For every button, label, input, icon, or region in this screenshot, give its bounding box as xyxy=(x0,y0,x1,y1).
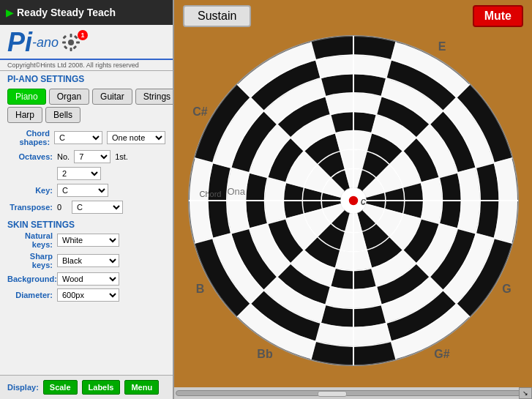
octaves-1st-label: 1st. xyxy=(115,152,128,161)
natural-keys-select[interactable]: White xyxy=(57,234,119,247)
key-label: Key: xyxy=(7,186,53,195)
diameter-row: Diameter: 600px xyxy=(7,288,165,302)
key-select[interactable]: C xyxy=(57,184,108,197)
chord-wheel-container: CBC#BbAG#GE c c Ona Chord xyxy=(185,32,522,369)
svg-rect-3 xyxy=(62,42,66,44)
left-panel: ▶ Ready Steady Teach Pi -ano 1 xyxy=(0,0,174,399)
scroll-track xyxy=(176,390,531,396)
key-row: Key: C xyxy=(7,184,165,197)
svg-rect-4 xyxy=(76,42,80,44)
svg-text:Bb: Bb xyxy=(257,348,273,360)
pi-ano-settings-title: PI-ANO SETTINGS xyxy=(0,71,173,86)
sharp-keys-select[interactable]: Black xyxy=(57,254,119,267)
sharp-keys-label: Sharp keys: xyxy=(7,252,53,269)
labels-button[interactable]: Labels xyxy=(82,380,121,395)
copyright-text: Copyright©Hints Ltd 2008. All rights res… xyxy=(0,60,173,71)
skin-settings-title: SKIN SETTINGS xyxy=(0,217,173,231)
instrument-row-2: Harp Bells xyxy=(7,107,165,123)
background-label: Background: xyxy=(7,275,53,283)
app-header: ▶ Ready Steady Teach xyxy=(0,0,173,25)
natural-keys-row: Natural keys: White xyxy=(7,231,165,249)
svg-rect-2 xyxy=(70,48,72,51)
octaves-2-select[interactable]: 2 xyxy=(57,167,101,180)
top-bar: Sustain Mute xyxy=(174,0,532,32)
harp-button[interactable]: Harp xyxy=(7,107,42,123)
octaves-no-label: No. xyxy=(57,152,70,161)
transpose-select[interactable]: C xyxy=(72,201,123,214)
chord-shapes-select[interactable]: C xyxy=(54,131,102,144)
svg-rect-6 xyxy=(73,45,78,50)
mute-button[interactable]: Mute xyxy=(473,5,523,27)
bells-button[interactable]: Bells xyxy=(45,107,80,123)
sharp-keys-row: Sharp keys: Black xyxy=(7,252,165,269)
octaves-sub-row: 2 xyxy=(57,167,165,180)
logo-ano: -ano xyxy=(32,35,59,51)
svg-text:G#: G# xyxy=(434,348,449,360)
instrument-buttons: Piano Organ Guitar Strings Harp Bells xyxy=(0,86,173,126)
sustain-button[interactable]: Sustain xyxy=(183,5,251,27)
svg-rect-7 xyxy=(64,45,68,50)
scroll-thumb[interactable] xyxy=(318,391,347,397)
svg-point-0 xyxy=(68,40,74,45)
svg-text:c: c xyxy=(361,195,366,206)
logo-badge: 1 xyxy=(78,30,88,40)
svg-text:E: E xyxy=(438,40,446,53)
logo-icon: 1 xyxy=(61,33,91,52)
one-note-select[interactable]: One note xyxy=(107,131,165,144)
transpose-label: Transpose: xyxy=(7,203,53,212)
svg-text:B: B xyxy=(195,283,204,295)
transpose-row: Transpose: 0 C xyxy=(7,201,165,214)
guitar-button[interactable]: Guitar xyxy=(92,89,132,105)
svg-text:G: G xyxy=(502,283,511,295)
right-panel: Sustain Mute CBC#BbAG#GE xyxy=(174,0,532,399)
corner-resize-button[interactable]: ↘ xyxy=(519,387,532,399)
background-row: Background: Wood xyxy=(7,272,165,286)
menu-button[interactable]: Menu xyxy=(124,380,159,395)
play-icon: ▶ xyxy=(6,7,14,18)
diameter-select[interactable]: 600px xyxy=(57,288,119,302)
display-label: Display: xyxy=(7,383,39,392)
svg-rect-5 xyxy=(63,35,67,40)
transpose-value: 0 xyxy=(57,203,67,212)
strings-button[interactable]: Strings xyxy=(135,89,174,105)
octaves-row: Octaves: No. 7 1st. xyxy=(7,150,165,163)
octaves-no-select[interactable]: 7 xyxy=(74,150,110,163)
instrument-row-1: Piano Organ Guitar Strings xyxy=(7,89,165,105)
scale-button[interactable]: Scale xyxy=(43,380,78,395)
background-select[interactable]: Wood xyxy=(57,272,119,286)
svg-point-42 xyxy=(348,195,359,206)
octaves-label: Octaves: xyxy=(7,152,53,161)
natural-keys-label: Natural keys: xyxy=(7,231,53,249)
diameter-label: Diameter: xyxy=(7,291,53,299)
organ-button[interactable]: Organ xyxy=(49,89,89,105)
settings-grid: Chord shapes: C One note Octaves: No. 7 … xyxy=(0,126,173,217)
logo-area: Pi -ano 1 xyxy=(0,25,173,60)
chord-shapes-row: Chord shapes: C One note xyxy=(7,129,165,146)
app-title: Ready Steady Teach xyxy=(17,7,116,18)
display-row: Display: Scale Labels Menu xyxy=(0,375,173,399)
logo-pi: Pi xyxy=(7,29,32,56)
chord-wheel-svg: CBC#BbAG#GE c c xyxy=(185,32,522,369)
bottom-scrollbar[interactable] xyxy=(174,387,532,399)
svg-rect-1 xyxy=(70,34,72,37)
skin-grid: Natural keys: White Sharp keys: Black Ba… xyxy=(0,231,173,302)
piano-button[interactable]: Piano xyxy=(7,89,46,105)
svg-text:C#: C# xyxy=(192,105,208,118)
chord-shapes-label: Chord shapes: xyxy=(7,129,50,146)
